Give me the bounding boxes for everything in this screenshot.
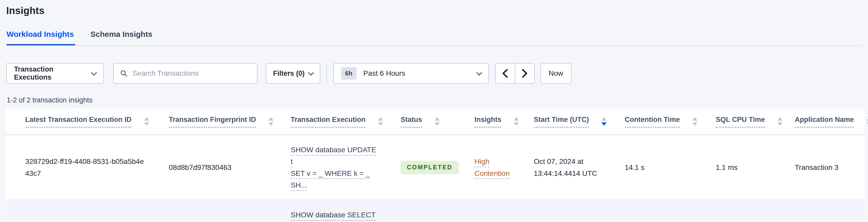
sort-toggle-icon[interactable] bbox=[777, 117, 783, 126]
execution-id-value: 328729d2-ff19-4408-8531-b05a5b4e43c7 bbox=[25, 157, 144, 177]
contention-time-value: 14.1 s bbox=[625, 163, 645, 171]
sort-toggle-icon[interactable] bbox=[692, 117, 698, 126]
column-header-status[interactable]: Status bbox=[386, 108, 460, 135]
column-header-start-time[interactable]: Start Time (UTC) bbox=[519, 108, 611, 135]
sort-toggle-icon[interactable] bbox=[435, 117, 440, 126]
status-badge: COMPLETED bbox=[401, 161, 459, 174]
chevron-down-icon bbox=[476, 70, 482, 76]
table-row: 452da3e7-e7fa-4801-aa40-c59988d14eb6 480… bbox=[6, 200, 865, 222]
results-summary: 1-2 of 2 transaction insights bbox=[7, 96, 868, 104]
page-title: Insights bbox=[6, 5, 862, 17]
page-header: Insights Workload Insights Schema Insigh… bbox=[0, 0, 868, 46]
tab-bar-divider bbox=[6, 45, 862, 46]
column-header-transaction-fingerprint-id[interactable]: Transaction Fingerprint ID bbox=[154, 108, 276, 135]
column-header-transaction-execution[interactable]: Transaction Execution bbox=[276, 108, 386, 135]
time-range-badge: 6h bbox=[341, 67, 356, 80]
table-row: 328729d2-ff19-4408-8531-b05a5b4e43c7 08d… bbox=[6, 135, 865, 200]
tab-bar: Workload Insights Schema Insights bbox=[6, 30, 862, 46]
table-body: 328729d2-ff19-4408-8531-b05a5b4e43c7 08d… bbox=[6, 135, 865, 222]
time-range-dropdown[interactable]: 6h Past 6 Hours bbox=[333, 63, 489, 84]
transaction-execution-link[interactable]: SHOW database UPDATE t SET v = _ WHERE k… bbox=[291, 146, 376, 189]
sort-toggle-icon[interactable] bbox=[144, 117, 149, 126]
filters-button[interactable]: Filters (0) bbox=[266, 63, 320, 84]
sort-toggle-icon[interactable] bbox=[269, 117, 274, 126]
application-name-value: Transaction 3 bbox=[795, 163, 839, 171]
insight-link[interactable]: High Contention bbox=[474, 157, 509, 177]
search-input[interactable] bbox=[132, 69, 251, 77]
insights-page: Insights Workload Insights Schema Insigh… bbox=[0, 0, 868, 222]
column-header-sql-cpu-time[interactable]: SQL CPU Time bbox=[701, 108, 780, 135]
insights-table: Latest Transaction Execution ID Transact… bbox=[6, 108, 865, 222]
search-icon bbox=[120, 69, 128, 77]
sort-toggle-icon[interactable] bbox=[514, 117, 519, 126]
chevron-down-icon bbox=[308, 70, 314, 76]
sort-toggle-icon[interactable] bbox=[866, 117, 868, 126]
tab-workload-insights[interactable]: Workload Insights bbox=[6, 30, 74, 45]
column-header-application-name[interactable]: Application Name bbox=[780, 108, 865, 135]
tab-schema-insights[interactable]: Schema Insights bbox=[90, 30, 152, 45]
insights-table-card: Latest Transaction Execution ID Transact… bbox=[6, 108, 865, 222]
sql-cpu-time-value: 1.1 ms bbox=[716, 163, 738, 171]
column-header-insights[interactable]: Insights bbox=[460, 108, 519, 135]
transaction-execution-link[interactable]: SHOW database SELECT * FROM t WHERE k = … bbox=[291, 211, 376, 222]
chevron-down-icon bbox=[91, 70, 97, 76]
table-header: Latest Transaction Execution ID Transact… bbox=[6, 108, 865, 135]
column-header-latest-transaction-execution-id[interactable]: Latest Transaction Execution ID bbox=[6, 108, 154, 135]
toolbar: Transaction Executions Filters (0) 6h Pa… bbox=[6, 63, 868, 84]
chevron-left-icon bbox=[502, 69, 508, 78]
next-range-button[interactable] bbox=[515, 63, 535, 84]
column-header-contention-time[interactable]: Contention Time bbox=[611, 108, 702, 135]
search-box[interactable] bbox=[113, 63, 257, 84]
fingerprint-id-value: 08d8b7d97f830463 bbox=[169, 163, 231, 171]
toolbar-divider bbox=[327, 63, 327, 84]
sort-toggle-icon-active-desc[interactable] bbox=[601, 117, 607, 126]
start-time-value: Oct 07, 2024 at 13:44:14.4414 UTC bbox=[534, 157, 597, 177]
entity-type-dropdown-label: Transaction Executions bbox=[14, 65, 92, 82]
entity-type-dropdown[interactable]: Transaction Executions bbox=[6, 63, 104, 84]
filters-button-label: Filters (0) bbox=[273, 69, 305, 77]
sort-toggle-icon[interactable] bbox=[378, 117, 383, 126]
chevron-right-icon bbox=[521, 69, 528, 78]
time-range-pager bbox=[495, 63, 535, 84]
previous-range-button[interactable] bbox=[495, 63, 515, 84]
time-range-label: Past 6 Hours bbox=[363, 69, 405, 77]
now-button[interactable]: Now bbox=[540, 63, 571, 84]
